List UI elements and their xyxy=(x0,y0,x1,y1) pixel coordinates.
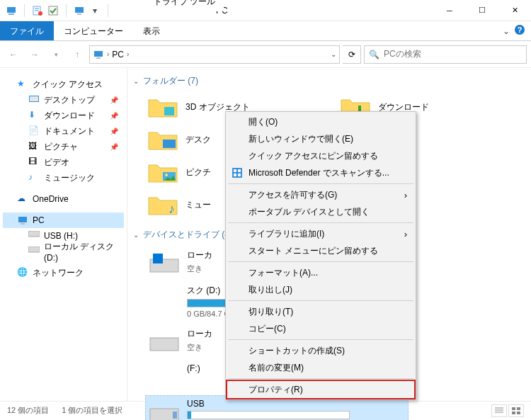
ctx-open-portable[interactable]: ポータブル デバイスとして開く xyxy=(227,203,414,220)
svg-point-20 xyxy=(165,174,168,176)
ribbon-expand-icon[interactable]: ⌄ xyxy=(503,26,510,36)
ctx-rename[interactable]: 名前の変更(M) xyxy=(227,359,414,376)
chevron-down-icon: ⌄ xyxy=(133,77,139,85)
svg-rect-1 xyxy=(8,13,14,15)
drive-icon xyxy=(28,230,40,242)
search-icon: 🔍 xyxy=(369,50,379,59)
sidebar-documents[interactable]: 📄ドキュメント 📌 xyxy=(3,123,124,139)
ctx-properties[interactable]: プロパティ(R) xyxy=(227,381,414,398)
sidebar-pictures[interactable]: 🖼ピクチャ 📌 xyxy=(3,139,124,154)
music-icon: ♪ xyxy=(28,172,40,183)
folders-section-header[interactable]: ⌄ フォルダー (7) xyxy=(133,75,525,87)
drive-icon xyxy=(149,328,180,353)
ctx-format[interactable]: フォーマット(A)... xyxy=(227,264,414,281)
system-icon xyxy=(6,5,17,16)
document-icon: 📄 xyxy=(28,125,40,137)
svg-rect-5 xyxy=(75,7,84,13)
svg-rect-4 xyxy=(49,6,57,15)
chevron-right-icon[interactable]: › xyxy=(107,50,109,58)
ctx-grant-access[interactable]: アクセスを許可する(G) xyxy=(227,186,414,203)
sidebar-local-disk-d[interactable]: ローカル ディスク (D:) xyxy=(3,244,124,259)
address-pc-icon xyxy=(93,49,104,60)
svg-rect-13 xyxy=(18,217,27,222)
drive-icon xyxy=(149,399,180,420)
pin-icon: 📌 xyxy=(110,96,118,104)
sidebar-videos[interactable]: 🎞ビデオ xyxy=(3,154,124,170)
refresh-button[interactable]: ⟳ xyxy=(343,45,361,64)
pin-icon: 📌 xyxy=(110,127,118,135)
ctx-copy[interactable]: コピー(C) xyxy=(227,320,414,337)
svg-rect-18 xyxy=(163,140,176,148)
close-button[interactable]: ✕ xyxy=(498,0,531,21)
drive-icon xyxy=(28,246,40,257)
download-icon: ⬇ xyxy=(28,110,40,121)
nav-forward-button[interactable]: → xyxy=(25,45,44,64)
search-input[interactable]: 🔍 PCの検索 xyxy=(364,45,527,64)
qat-properties-icon[interactable] xyxy=(32,5,43,16)
sidebar-quick-access[interactable]: ★ クイック アクセス xyxy=(3,76,124,92)
svg-rect-9 xyxy=(94,51,103,57)
svg-rect-0 xyxy=(7,7,16,13)
ctx-cut[interactable]: 切り取り(T) xyxy=(227,303,414,320)
onedrive-icon: ☁ xyxy=(17,193,28,205)
svg-rect-6 xyxy=(77,13,81,15)
sidebar-music[interactable]: ♪ミュージック xyxy=(3,170,124,186)
tab-view[interactable]: 表示 xyxy=(133,21,170,40)
sidebar-downloads[interactable]: ⬇ダウンロード 📌 xyxy=(3,108,124,123)
folder-icon xyxy=(147,94,178,120)
ctx-create-shortcut[interactable]: ショートカットの作成(S) xyxy=(227,342,414,359)
svg-point-3 xyxy=(38,11,42,16)
tab-file[interactable]: ファイル xyxy=(0,21,54,40)
maximize-button[interactable]: ☐ xyxy=(466,0,498,21)
picture-icon: 🖼 xyxy=(28,141,40,152)
context-menu: 開く(O) 新しいウィンドウで開く(E) クイック アクセスにピン留めする Mi… xyxy=(225,111,416,400)
svg-rect-16 xyxy=(28,246,40,252)
folder-icon xyxy=(147,127,178,152)
svg-text:♪: ♪ xyxy=(169,202,175,216)
ctx-pin-quick-access[interactable]: クイック アクセスにピン留めする xyxy=(227,147,414,164)
sidebar-network[interactable]: 🌐ネットワーク xyxy=(3,265,124,280)
search-placeholder: PCの検索 xyxy=(384,48,421,60)
ctx-include-library[interactable]: ライブラリに追加(I) xyxy=(227,225,414,242)
drive-icon xyxy=(149,249,180,275)
ctx-pin-start[interactable]: スタート メニューにピン留めする xyxy=(227,242,414,259)
star-icon: ★ xyxy=(17,79,28,90)
address-dropdown-icon[interactable]: ⌄ xyxy=(331,50,336,58)
svg-rect-14 xyxy=(21,223,25,225)
address-bar[interactable]: › PC › ⌄ xyxy=(89,45,340,64)
chevron-right-icon[interactable]: › xyxy=(127,50,129,58)
ctx-open[interactable]: 開く(O) xyxy=(227,113,414,130)
address-location[interactable]: PC xyxy=(112,50,124,59)
folder-icon: ♪ xyxy=(147,192,178,217)
sidebar-onedrive[interactable]: ☁OneDrive xyxy=(3,191,124,207)
nav-up-button[interactable]: ↑ xyxy=(68,45,86,64)
desktop-icon xyxy=(28,94,40,106)
tab-computer[interactable]: コンピューター xyxy=(54,21,133,40)
nav-back-button[interactable]: ← xyxy=(4,45,23,64)
minimize-button[interactable]: ─ xyxy=(433,0,466,21)
status-item-count: 12 個の項目 xyxy=(7,405,49,416)
sidebar-desktop[interactable]: デスクトップ 📌 xyxy=(3,92,124,108)
svg-rect-26 xyxy=(173,412,177,419)
status-selected-count: 1 個の項目を選択 xyxy=(62,405,122,416)
svg-rect-15 xyxy=(28,231,40,237)
help-icon[interactable]: ? xyxy=(514,24,525,38)
pc-icon xyxy=(74,5,85,16)
sidebar-pc[interactable]: PC xyxy=(3,212,124,228)
ctx-eject[interactable]: 取り出し(J) xyxy=(227,281,414,298)
svg-rect-17 xyxy=(164,107,174,115)
svg-rect-10 xyxy=(96,57,101,59)
qat-checkbox-icon[interactable] xyxy=(47,5,59,16)
chevron-down-icon: ⌄ xyxy=(133,231,139,239)
shield-icon xyxy=(232,167,243,178)
drive-usage-bar xyxy=(187,411,350,419)
ctx-open-new-window[interactable]: 新しいウィンドウで開く(E) xyxy=(227,130,414,147)
tab-drive-tools[interactable]: ドライブ ツール xyxy=(145,0,224,11)
nav-recent-dropdown[interactable]: ▾ xyxy=(47,45,65,64)
svg-text:?: ? xyxy=(518,25,523,34)
video-icon: 🎞 xyxy=(28,157,40,168)
svg-rect-24 xyxy=(150,338,178,351)
pin-icon: 📌 xyxy=(110,143,118,151)
qat-dropdown-icon[interactable]: ▾ xyxy=(89,5,101,16)
ctx-defender-scan[interactable]: Microsoft Defender でスキャンする... xyxy=(227,164,414,181)
